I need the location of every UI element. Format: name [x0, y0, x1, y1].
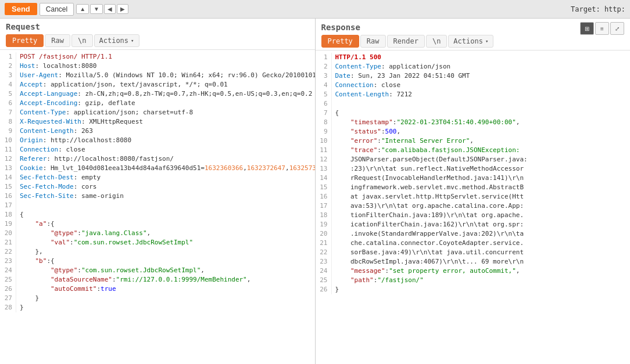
nav-up-button[interactable]: ▲ — [76, 4, 89, 14]
line-number: 7 — [0, 108, 16, 117]
line-number: 11 — [316, 146, 332, 155]
table-row: 11Connection: close — [0, 145, 315, 154]
table-row: 13Cookie: Hm_lvt_1040d081eea13b44d84a4af… — [0, 164, 315, 173]
toolbar-left: Send Cancel ▲ ▼ ◀ ▶ — [5, 3, 128, 16]
line-number: 19 — [316, 220, 332, 229]
line-content: "path":"/fastjson/" — [335, 276, 631, 285]
line-number: 3 — [316, 71, 332, 81]
table-row: 8X-Requested-With: XMLHttpRequest — [0, 117, 315, 127]
table-row: 5Content-Length: 7212 — [316, 90, 631, 99]
line-content: Sec-Fetch-Mode: cors — [20, 182, 315, 192]
tab-response-n[interactable]: \n — [426, 35, 447, 48]
table-row: 11 "trace":"com.alibaba.fastjson.JSONExc… — [316, 146, 631, 155]
table-row: 21 "val":"com.sun.rowset.JdbcRowSetImpl" — [0, 238, 315, 247]
tab-response-actions[interactable]: Actions ▾ — [448, 35, 493, 48]
line-content: Content-Type: application/json; charset=… — [20, 108, 315, 117]
request-code-area[interactable]: 1POST /fastjson/ HTTP/1.12Host: localhos… — [0, 50, 315, 364]
table-row: 18 tionFilterChain.java:189)\r\n\tat org… — [316, 211, 631, 220]
table-row: 14Sec-Fetch-Dest: empty — [0, 173, 315, 182]
send-button[interactable]: Send — [5, 3, 37, 15]
line-number: 12 — [316, 155, 332, 164]
line-number: 17 — [0, 201, 16, 210]
tab-response-raw[interactable]: Raw — [360, 35, 386, 48]
line-content: "@type":"java.lang.Class", — [20, 229, 315, 238]
table-row: 26} — [316, 285, 631, 294]
line-number: 10 — [0, 136, 16, 145]
table-row: 20 .invoke(StandardWrapperValve.java:202… — [316, 229, 631, 239]
line-content: .invoke(StandardWrapperValve.java:202)\r… — [335, 229, 631, 239]
table-row: 9Content-Length: 263 — [0, 127, 315, 136]
table-row: 28} — [0, 303, 315, 312]
line-number: 9 — [316, 127, 332, 136]
response-code-area[interactable]: 1HTTP/1.1 5002Content-Type: application/… — [316, 51, 631, 364]
line-number: 22 — [316, 248, 332, 257]
tab-request-actions[interactable]: Actions ▾ — [94, 34, 139, 47]
line-number: 22 — [0, 247, 16, 257]
view-btn-expand[interactable]: ⤢ — [610, 22, 624, 35]
line-content: HTTP/1.1 500 — [335, 53, 631, 62]
table-row: 1HTTP/1.1 500 — [316, 53, 631, 62]
table-row: 20 "@type":"java.lang.Class", — [0, 229, 315, 238]
table-row: 27 } — [0, 294, 315, 303]
line-number: 19 — [0, 219, 16, 229]
line-number: 27 — [0, 294, 16, 303]
line-content: } — [20, 294, 315, 303]
line-number: 1 — [316, 53, 332, 62]
line-content: Sec-Fetch-Dest: empty — [20, 173, 315, 182]
line-number: 11 — [0, 145, 16, 154]
line-content: "b":{ — [20, 257, 315, 266]
line-content: Referer: http://localhost:8080/fastjson/ — [20, 154, 315, 164]
table-row: 1POST /fastjson/ HTTP/1.1 — [0, 52, 315, 62]
tab-request-n[interactable]: \n — [71, 34, 92, 47]
table-row: 7{ — [316, 109, 631, 118]
line-number: 7 — [316, 109, 332, 118]
tab-request-raw[interactable]: Raw — [45, 34, 70, 47]
nav-prev-button[interactable]: ◀ — [104, 4, 116, 14]
tab-response-render[interactable]: Render — [387, 35, 425, 48]
response-header-row: Response ⊞ ≡ ⤢ — [321, 22, 625, 35]
nav-down-button[interactable]: ▼ — [90, 4, 103, 14]
table-row: 26 "autoCommit":true — [0, 284, 315, 294]
line-content — [20, 201, 315, 210]
view-btn-grid[interactable]: ⊞ — [580, 22, 594, 35]
line-number: 26 — [0, 284, 16, 294]
request-panel: Request Pretty Raw \n Actions ▾ 1POST /f… — [0, 19, 316, 364]
tab-request-pretty[interactable]: Pretty — [6, 34, 44, 47]
line-content: "val":"com.sun.rowset.JdbcRowSetImpl" — [20, 238, 315, 247]
table-row: 17 ava:53)\r\n\tat org.apache.catalina.c… — [316, 201, 631, 211]
line-content: dbcRowSetImpl.java:4067)\r\n\t... 69 mor… — [335, 257, 631, 266]
line-number: 6 — [316, 99, 332, 109]
line-content: "timestamp":"2022-01-23T04:51:40.490+00:… — [335, 118, 631, 127]
tab-response-pretty[interactable]: Pretty — [321, 35, 359, 48]
line-number: 25 — [316, 276, 332, 285]
line-content: Accept: application/json, text/javascrip… — [20, 80, 315, 89]
line-content: "message":"set property error, autoCommi… — [335, 266, 631, 276]
line-number: 24 — [0, 266, 16, 275]
cancel-button[interactable]: Cancel — [40, 3, 74, 16]
line-number: 15 — [0, 182, 16, 192]
line-content: Accept-Language: zh-CN,zh;q=0.8,zh-TW;q=… — [20, 89, 315, 99]
line-number: 14 — [316, 174, 332, 183]
line-content: at javax.servlet.http.HttpServlet.servic… — [335, 192, 631, 201]
table-row: 9 "status":500, — [316, 127, 631, 136]
table-row: 6 — [316, 99, 631, 109]
table-row: 19 icationFilterChain.java:162)\r\n\tat … — [316, 220, 631, 229]
line-number: 13 — [316, 164, 332, 174]
table-row: 10Origin: http://localhost:8080 — [0, 136, 315, 145]
line-number: 5 — [316, 90, 332, 99]
line-content: User-Agent: Mozilla/5.0 (Windows NT 10.0… — [20, 71, 315, 80]
response-panel-header: Response ⊞ ≡ ⤢ Pretty Raw Render \n Acti… — [316, 19, 631, 51]
line-content: che.catalina.connector.CoyoteAdapter.ser… — [335, 239, 631, 248]
nav-next-button[interactable]: ▶ — [117, 4, 128, 14]
table-row: 13 :23)\r\n\tat sun.reflect.NativeMethod… — [316, 164, 631, 174]
line-content: Connection: close — [335, 81, 631, 90]
line-content: sorBase.java:49)\r\n\tat java.util.concu… — [335, 248, 631, 257]
line-number: 10 — [316, 136, 332, 146]
request-panel-header: Request Pretty Raw \n Actions ▾ — [0, 19, 315, 50]
table-row: 24 "message":"set property error, autoCo… — [316, 266, 631, 276]
line-number: 4 — [316, 81, 332, 90]
line-content — [335, 99, 631, 109]
table-row: 10 "error":"Internal Server Error", — [316, 136, 631, 146]
line-content: :23)\r\n\tat sun.reflect.NativeMethodAcc… — [335, 164, 631, 174]
view-btn-lines[interactable]: ≡ — [595, 22, 609, 35]
